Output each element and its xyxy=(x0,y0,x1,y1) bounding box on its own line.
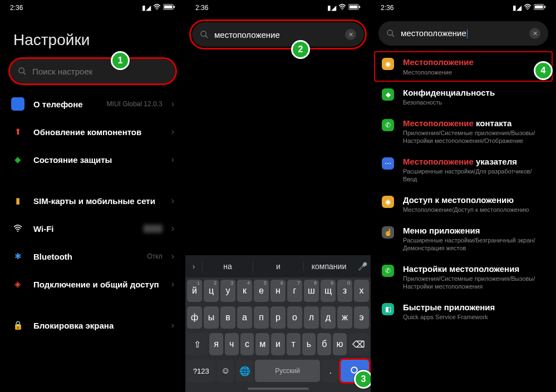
chevron-right-icon: › xyxy=(171,196,174,206)
key[interactable]: м xyxy=(255,333,269,355)
sim-icon: ▮ xyxy=(11,194,24,207)
key[interactable]: а xyxy=(237,306,252,329)
settings-icon: ⋯ xyxy=(382,157,394,170)
suggestion[interactable]: компании xyxy=(303,262,354,271)
key[interactable]: б xyxy=(317,333,331,355)
status-time: 2:36 xyxy=(195,4,208,12)
key[interactable]: х xyxy=(354,280,369,302)
key[interactable]: д xyxy=(321,306,336,329)
key[interactable]: н6 xyxy=(270,280,286,302)
key[interactable]: ж xyxy=(337,306,352,329)
settings-item-bluetooth[interactable]: ✱ Bluetooth Откл › xyxy=(0,242,185,270)
suggestion[interactable]: на xyxy=(202,262,253,271)
shield-icon: ◆ xyxy=(11,153,24,166)
key[interactable]: в xyxy=(220,306,235,329)
svg-point-15 xyxy=(527,9,528,10)
clear-icon[interactable]: ✕ xyxy=(345,29,356,40)
key[interactable]: г7 xyxy=(287,280,302,302)
search-result[interactable]: ☝ Меню приложения Расширенные настройки/… xyxy=(371,220,556,258)
search-value: местоположение xyxy=(401,28,524,38)
settings-item-wifi[interactable]: Wi-Fi ████ › xyxy=(0,215,185,242)
clear-icon[interactable]: ✕ xyxy=(529,28,540,39)
key[interactable]: л xyxy=(304,306,319,329)
search-value: местоположение xyxy=(214,30,339,39)
chevron-right-icon: › xyxy=(171,251,174,261)
annotation-badge-2: 2 xyxy=(291,40,310,59)
search-result[interactable]: ✆ Настройки местоположения Приложения/Си… xyxy=(371,258,556,296)
key[interactable]: е5 xyxy=(254,280,269,302)
shift-key[interactable]: ⇧ xyxy=(187,333,208,355)
key[interactable]: щ9 xyxy=(321,280,336,302)
globe-key[interactable]: 🌐 xyxy=(236,360,253,382)
search-input[interactable]: местоположение ✕ xyxy=(192,22,364,47)
keyboard: › на и компании 🎤 й1 ц2 у3 к4 е5 н6 г7 ш… xyxy=(185,255,371,392)
search-result[interactable]: ⋯ Местоположение указателя Расширенные н… xyxy=(371,151,556,189)
settings-item-sim[interactable]: ▮ SIM-карты и мобильные сети › xyxy=(0,187,185,215)
lock-icon: 🔒 xyxy=(11,319,24,332)
backspace-key[interactable]: ⌫ xyxy=(348,333,369,355)
search-result[interactable]: ◉ Местоположение Местоположение xyxy=(374,51,553,82)
key[interactable]: у3 xyxy=(220,280,235,302)
space-key[interactable]: Русский xyxy=(255,360,320,382)
chevron-right-icon: › xyxy=(171,279,174,289)
key[interactable]: э xyxy=(354,306,369,329)
search-icon xyxy=(386,29,395,38)
keyboard-row-2: ф ы в а п р о л д ж э xyxy=(185,304,371,331)
settings-item-about[interactable]: О телефоне MIUI Global 12.0.3 › xyxy=(0,90,185,118)
apps-icon: ◧ xyxy=(382,303,394,315)
key[interactable]: и xyxy=(271,333,285,355)
settings-item-updates[interactable]: ⬆ Обновление компонентов › xyxy=(0,118,185,146)
search-result[interactable]: ✆ Местоположение контакта Приложения/Сис… xyxy=(371,112,556,151)
search-icon xyxy=(18,67,27,76)
key[interactable]: т xyxy=(287,333,301,355)
settings-item-lockscreen[interactable]: 🔒 Блокировка экрана › xyxy=(0,311,185,339)
key[interactable]: ч xyxy=(225,333,239,355)
status-bar: 2:36 ▮◢ xyxy=(185,0,371,16)
key[interactable]: ю xyxy=(333,333,347,355)
annotation-badge-1: 1 xyxy=(111,51,130,70)
key[interactable]: й1 xyxy=(187,280,202,302)
key[interactable]: с xyxy=(240,333,254,355)
search-result[interactable]: ◧ Быстрые приложения Quick apps Service … xyxy=(371,296,556,327)
key[interactable]: р xyxy=(270,306,286,329)
phone-app-icon: ✆ xyxy=(382,265,394,277)
svg-point-4 xyxy=(19,68,24,73)
svg-line-12 xyxy=(205,36,208,38)
search-icon xyxy=(200,30,209,39)
status-time: 2:36 xyxy=(10,4,23,12)
wifi-icon xyxy=(11,222,24,235)
key[interactable]: к4 xyxy=(237,280,252,302)
key[interactable]: ф xyxy=(187,306,202,329)
battery-icon xyxy=(163,4,175,12)
settings-item-sharing[interactable]: ◈ Подключение и общий доступ › xyxy=(0,270,185,298)
wifi-icon xyxy=(524,4,532,12)
key[interactable]: ь xyxy=(302,333,316,355)
phone-screen-2: 2:36 ▮◢ местоположение ✕ 2 xyxy=(185,0,371,392)
period-key[interactable]: . xyxy=(322,360,339,382)
shield-icon: ◆ xyxy=(382,88,394,101)
numbers-key[interactable]: ?123 xyxy=(187,360,215,382)
key[interactable]: з0 xyxy=(337,280,352,302)
key[interactable]: я xyxy=(209,333,223,355)
page-title: Настройки xyxy=(0,16,185,56)
search-result[interactable]: ◆ Конфиденциальность Безопасность xyxy=(371,82,556,112)
signal-icon: ▮◢ xyxy=(327,4,336,12)
settings-item-security[interactable]: ◆ Состояние защиты › xyxy=(0,146,185,173)
suggestion[interactable]: и xyxy=(253,262,303,271)
phone-screen-1: 2:36 ▮◢ Настройки Поиск настроек 1 О тел… xyxy=(0,0,185,392)
key[interactable]: ц2 xyxy=(204,280,219,302)
key[interactable]: ш8 xyxy=(304,280,319,302)
emoji-key[interactable]: ☺ xyxy=(217,360,234,382)
chevron-right-icon: › xyxy=(171,99,174,109)
search-result[interactable]: ◉ Доступ к местоположению Местоположение… xyxy=(371,189,556,220)
search-input[interactable]: местоположение ✕ xyxy=(378,21,548,46)
key[interactable]: ы xyxy=(204,306,219,329)
mic-icon[interactable]: 🎤 xyxy=(354,262,371,271)
key[interactable]: п xyxy=(254,306,269,329)
keyboard-suggestions: › на и компании 🎤 xyxy=(185,255,371,277)
chevron-right-icon[interactable]: › xyxy=(185,262,202,271)
search-input[interactable]: Поиск настроек xyxy=(10,59,175,83)
key[interactable]: о xyxy=(287,306,302,329)
status-bar: 2:36 ▮◢ xyxy=(0,0,185,16)
signal-icon: ▮◢ xyxy=(513,4,521,12)
